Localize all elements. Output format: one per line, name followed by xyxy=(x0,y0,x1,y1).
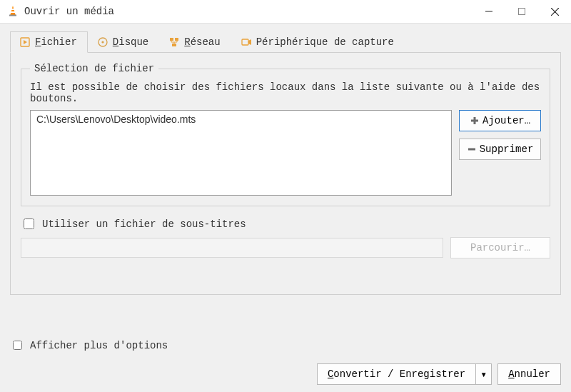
tab-label: Disque xyxy=(113,36,148,48)
title-bar: Ouvrir un média xyxy=(0,0,571,23)
svg-marker-0 xyxy=(10,6,16,16)
svg-point-11 xyxy=(101,41,103,43)
show-more-options-checkbox[interactable] xyxy=(13,341,22,350)
svg-rect-5 xyxy=(519,9,525,15)
window-title: Ouvrir un média xyxy=(19,6,473,17)
svg-rect-14 xyxy=(172,44,176,46)
browse-subtitles-button: Parcourir… xyxy=(450,237,550,258)
tab-capture[interactable]: Périphérique de capture xyxy=(231,31,405,53)
minus-icon xyxy=(467,144,477,154)
svg-rect-1 xyxy=(11,9,15,10)
remove-file-label: Supprimer xyxy=(480,144,534,155)
convert-save-dropdown[interactable]: ▼ xyxy=(476,363,492,385)
tab-panel-file: Sélection de fichier Il est possible de … xyxy=(10,52,561,295)
file-selection-help: Il est possible de choisir des fichiers … xyxy=(30,81,541,104)
chevron-down-icon: ▼ xyxy=(480,371,487,378)
use-subtitles-checkbox[interactable] xyxy=(24,218,34,229)
svg-rect-12 xyxy=(170,38,173,41)
file-selection-group: Sélection de fichier Il est possible de … xyxy=(21,63,550,206)
svg-rect-13 xyxy=(175,38,178,41)
remove-file-button[interactable]: Supprimer xyxy=(459,139,541,160)
vlc-cone-icon xyxy=(7,5,19,19)
tab-disc[interactable]: Disque xyxy=(88,31,159,53)
close-button[interactable] xyxy=(538,0,571,23)
svg-rect-3 xyxy=(9,14,16,16)
add-file-label: Ajouter… xyxy=(482,115,530,126)
minimize-button[interactable] xyxy=(473,0,505,23)
cancel-button[interactable]: Annuler xyxy=(497,363,561,385)
more-options-row: Afficher plus d'options xyxy=(10,338,561,352)
subtitles-path-field xyxy=(21,238,443,258)
file-list[interactable]: C:\Users\Lenovo\Desktop\video.mts xyxy=(30,110,452,196)
disc-icon xyxy=(97,36,108,48)
tab-bar: Fichier Disque Réseau Périphérique de ca… xyxy=(10,31,561,52)
tab-label: Réseau xyxy=(184,36,220,48)
maximize-button[interactable] xyxy=(505,0,538,23)
svg-rect-2 xyxy=(11,11,16,13)
network-icon xyxy=(168,36,180,48)
use-subtitles-label: Utiliser un fichier de sous-titres xyxy=(42,218,246,230)
tab-label: Fichier xyxy=(35,36,77,48)
subtitles-checkbox-row: Utiliser un fichier de sous-titres xyxy=(21,216,550,231)
file-play-icon xyxy=(19,36,31,48)
svg-marker-9 xyxy=(24,40,27,44)
file-list-item[interactable]: C:\Users\Lenovo\Desktop\video.mts xyxy=(36,114,445,125)
convert-save-button[interactable]: Convertir / Enregistrer xyxy=(317,363,476,385)
tab-file[interactable]: Fichier xyxy=(10,31,88,53)
add-file-button[interactable]: Ajouter… xyxy=(459,110,541,131)
client-area: Fichier Disque Réseau Périphérique de ca… xyxy=(0,23,571,392)
tab-label: Périphérique de capture xyxy=(256,36,394,48)
plus-icon xyxy=(470,116,480,126)
show-more-options-label: Afficher plus d'options xyxy=(30,340,168,351)
tab-network[interactable]: Réseau xyxy=(159,31,231,53)
file-selection-legend: Sélection de fichier xyxy=(30,63,158,74)
capture-icon xyxy=(241,36,252,48)
svg-rect-19 xyxy=(242,39,248,45)
